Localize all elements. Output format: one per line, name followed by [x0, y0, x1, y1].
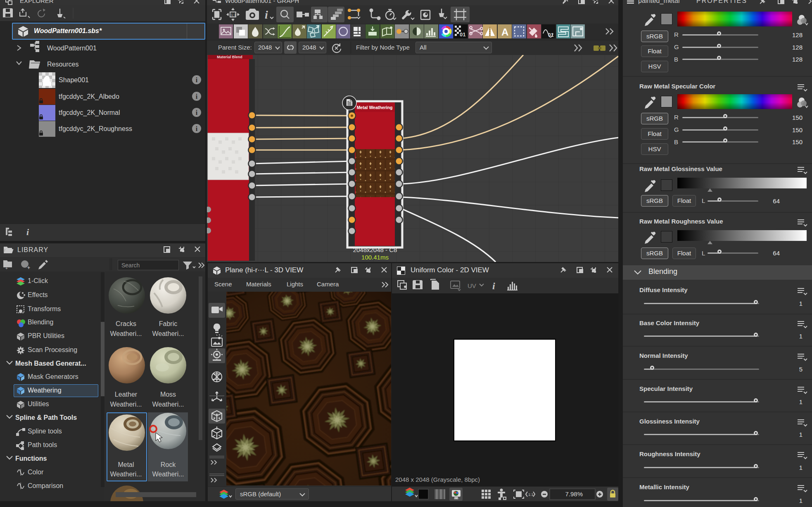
svg-text:1:1: 1:1: [231, 13, 236, 17]
svg-text:+: +: [27, 265, 30, 271]
svg-text:01: 01: [460, 31, 465, 38]
svg-text:i: i: [492, 281, 495, 291]
svg-text:+: +: [5, 266, 8, 271]
svg-text:A: A: [501, 26, 508, 38]
svg-text:i: i: [196, 109, 198, 116]
svg-text:Metal Weathering: Metal Weathering: [357, 105, 393, 110]
svg-text:2048x2048 - C8: 2048x2048 - C8: [353, 246, 397, 253]
svg-text:100.41ms: 100.41ms: [361, 254, 389, 261]
svg-text:01: 01: [548, 32, 554, 38]
svg-text:i: i: [265, 8, 268, 21]
svg-text:i: i: [196, 76, 198, 83]
svg-text:i: i: [196, 93, 198, 100]
svg-text:UV: UV: [468, 282, 476, 289]
svg-text:7.98%: 7.98%: [565, 490, 583, 497]
svg-text:Material Blend: Material Blend: [217, 55, 242, 59]
svg-text:i: i: [196, 125, 198, 132]
svg-text:1:1: 1:1: [528, 493, 534, 497]
